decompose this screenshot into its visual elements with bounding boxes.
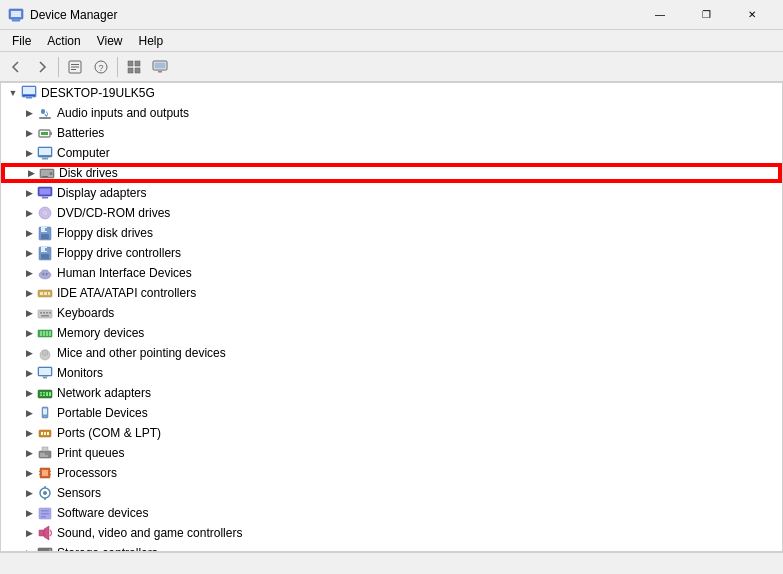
menu-action[interactable]: Action: [39, 32, 88, 50]
expander-batteries[interactable]: [21, 125, 37, 141]
svg-rect-21: [26, 97, 32, 99]
tree-item-audio[interactable]: Audio inputs and outputs: [1, 103, 782, 123]
menu-view[interactable]: View: [89, 32, 131, 50]
expander-displayadapters[interactable]: [21, 185, 37, 201]
expander-portable[interactable]: [21, 405, 37, 421]
label-software: Software devices: [57, 506, 148, 520]
icon-software: [37, 505, 53, 521]
close-button[interactable]: ✕: [729, 0, 775, 30]
expander-storage[interactable]: [21, 545, 37, 552]
icon-network: [37, 385, 53, 401]
expander-processors[interactable]: [21, 465, 37, 481]
properties-button[interactable]: [63, 55, 87, 79]
expander-ide[interactable]: [21, 285, 37, 301]
svg-rect-92: [42, 447, 48, 451]
svg-rect-26: [50, 132, 52, 135]
tree-item-diskdrives[interactable]: Disk drives: [1, 163, 782, 183]
expander-floppy[interactable]: [21, 225, 37, 241]
tree-item-hid[interactable]: Human Interface Devices: [1, 263, 782, 283]
expander-dvdrom[interactable]: [21, 205, 37, 221]
root-label: DESKTOP-19ULK5G: [41, 86, 155, 100]
svg-rect-3: [11, 19, 21, 20]
expander-hid[interactable]: [21, 265, 37, 281]
tree-item-floppy[interactable]: Floppy disk drives: [1, 223, 782, 243]
svg-rect-61: [43, 312, 45, 314]
maximize-button[interactable]: ❐: [683, 0, 729, 30]
svg-rect-10: [128, 61, 133, 66]
expander-network[interactable]: [21, 385, 37, 401]
svg-rect-60: [40, 312, 42, 314]
expander-printq[interactable]: [21, 445, 37, 461]
tree-item-sensors[interactable]: Sensors: [1, 483, 782, 503]
expander-monitors[interactable]: [21, 365, 37, 381]
expander-sound[interactable]: [21, 525, 37, 541]
svg-rect-96: [42, 470, 48, 476]
label-mice: Mice and other pointing devices: [57, 346, 226, 360]
svg-point-102: [43, 491, 47, 495]
tree-item-computer[interactable]: Computer: [1, 143, 782, 163]
tree-item-sound[interactable]: Sound, video and game controllers: [1, 523, 782, 543]
expander-ports[interactable]: [21, 425, 37, 441]
expander-computer[interactable]: [21, 145, 37, 161]
svg-rect-85: [43, 409, 47, 415]
tree-item-storage[interactable]: Storage controllers: [1, 543, 782, 552]
forward-button[interactable]: [30, 55, 54, 79]
tree-item-dvdrom[interactable]: DVD/CD-ROM drives: [1, 203, 782, 223]
menu-file[interactable]: File: [4, 32, 39, 50]
svg-rect-11: [135, 61, 140, 66]
expander-memory[interactable]: [21, 325, 37, 341]
expander-diskdrives[interactable]: [23, 165, 39, 181]
menu-help[interactable]: Help: [131, 32, 172, 50]
back-button[interactable]: [4, 55, 28, 79]
label-network: Network adapters: [57, 386, 151, 400]
expander-mice[interactable]: [21, 345, 37, 361]
expander-software[interactable]: [21, 505, 37, 521]
view-button[interactable]: [122, 55, 146, 79]
toolbar: ?: [0, 52, 783, 82]
label-ide: IDE ATA/ATAPI controllers: [57, 286, 196, 300]
help-button[interactable]: ?: [89, 55, 113, 79]
minimize-button[interactable]: —: [637, 0, 683, 30]
svg-rect-93: [40, 454, 45, 455]
tree-item-memory[interactable]: Memory devices: [1, 323, 782, 343]
tree-item-ports[interactable]: Ports (COM & LPT): [1, 423, 782, 443]
svg-rect-49: [45, 248, 47, 251]
tree-item-batteries[interactable]: Batteries: [1, 123, 782, 143]
icon-ide: [37, 285, 53, 301]
expander-audio[interactable]: [21, 105, 37, 121]
icon-diskdrives: [39, 165, 55, 181]
svg-rect-29: [39, 148, 51, 155]
svg-rect-17: [156, 70, 164, 71]
svg-point-111: [49, 549, 51, 551]
tree-item-network[interactable]: Network adapters: [1, 383, 782, 403]
tree-item-monitors[interactable]: Monitors: [1, 363, 782, 383]
expander-keyboards[interactable]: [21, 305, 37, 321]
svg-rect-22: [25, 96, 33, 97]
tree-item-mice[interactable]: Mice and other pointing devices: [1, 343, 782, 363]
svg-rect-57: [44, 292, 47, 295]
tree-item-keyboards[interactable]: Keyboards: [1, 303, 782, 323]
svg-point-34: [50, 172, 53, 175]
expander-floppyctrl[interactable]: [21, 245, 37, 261]
tree-item-floppyctrl[interactable]: Floppy drive controllers: [1, 243, 782, 263]
svg-rect-67: [43, 331, 45, 336]
tree-item-printq[interactable]: Print queues: [1, 443, 782, 463]
app-icon: [8, 7, 24, 23]
tree-item-displayadapters[interactable]: Display adapters: [1, 183, 782, 203]
expander-sensors[interactable]: [21, 485, 37, 501]
svg-rect-99: [50, 471, 52, 472]
svg-rect-74: [39, 368, 51, 375]
tree-item-processors[interactable]: Processors: [1, 463, 782, 483]
svg-point-53: [43, 273, 45, 275]
svg-rect-30: [42, 158, 48, 160]
device-tree[interactable]: ▼ DESKTOP-19ULK5G Audio inputs and outpu…: [0, 82, 783, 552]
tree-root[interactable]: ▼ DESKTOP-19ULK5G: [1, 83, 782, 103]
root-expander[interactable]: ▼: [5, 85, 21, 101]
tree-item-portable[interactable]: Portable Devices: [1, 403, 782, 423]
monitor-button[interactable]: [148, 55, 172, 79]
toolbar-sep-1: [58, 57, 59, 77]
svg-rect-35: [42, 176, 48, 177]
tree-item-ide[interactable]: IDE ATA/ATAPI controllers: [1, 283, 782, 303]
svg-rect-15: [155, 62, 166, 68]
tree-item-software[interactable]: Software devices: [1, 503, 782, 523]
